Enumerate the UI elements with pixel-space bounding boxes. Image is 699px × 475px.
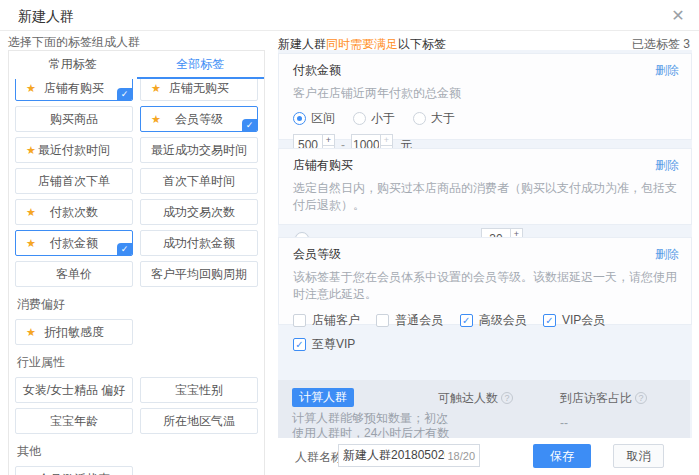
tag-label: 最近付款时间	[38, 143, 110, 157]
tag-baby-gender[interactable]: 宝宝性别	[140, 377, 258, 403]
checkbox-shop-customer[interactable]: ✓ 店铺客户	[293, 312, 373, 329]
crowd-name-field: 18/20	[338, 444, 480, 467]
star-icon: ★	[26, 138, 36, 162]
tag-member-activation-status[interactable]: 会员激活状态	[15, 466, 133, 475]
card-payment-amount: 付款金额 删除 客户在店铺近两年付款的总金额 区间 小于 大于 + −	[278, 53, 692, 140]
max-increment-button[interactable]: +	[381, 134, 393, 145]
section-other: 其他	[15, 443, 258, 460]
tag-label: 店铺无购买	[169, 81, 229, 95]
right-panel-heading: 新建人群同时需要满足以下标签 已选标签 3	[278, 36, 692, 50]
radio-label: 区间	[311, 110, 335, 127]
crowd-name-input[interactable]	[343, 449, 445, 463]
close-icon[interactable]: ✕	[667, 5, 689, 27]
delete-purchase-card-link[interactable]: 删除	[655, 157, 679, 174]
star-icon: ★	[151, 107, 161, 131]
tag-success-payment-amount[interactable]: 成功付款金额	[140, 230, 258, 256]
checkbox-supreme-vip[interactable]: ✓ 至尊VIP	[293, 336, 355, 353]
compute-section: 计算人群 计算人群能够预知数量；初次使用人群时，24小时后才有数据 可触达人数?…	[278, 380, 690, 438]
tag-label: 女装/女士精品 偏好	[23, 383, 126, 397]
tag-region-temperature[interactable]: 所在地区气温	[140, 408, 258, 434]
section-consumption-preference: 消费偏好	[15, 296, 258, 313]
tag-label: 折扣敏感度	[44, 325, 104, 339]
card-title: 会员等级	[293, 246, 677, 263]
tag-last-success-trade-time[interactable]: 最近成功交易时间	[140, 137, 258, 163]
help-icon[interactable]: ?	[635, 392, 647, 404]
checkmark-icon: ✓	[117, 88, 132, 100]
tag-success-trade-count[interactable]: 成功交易次数	[140, 199, 258, 225]
checkbox-label: 至尊VIP	[312, 336, 355, 353]
tag-tabs: 常用标签 全部标签	[9, 51, 264, 79]
checkbox-label: 普通会员	[395, 312, 443, 329]
metric-reachable-count: 可触达人数? --	[438, 390, 513, 430]
star-icon: ★	[26, 231, 36, 255]
checkbox-label: 店铺客户	[312, 312, 360, 329]
tag-library-panel: 常用标签 全部标签 ★ 店铺有购买 ✓ ★ 店铺无购买 购买商品 ★ 会员等级 …	[8, 50, 265, 475]
help-icon[interactable]: ?	[501, 392, 513, 404]
checkbox-vip-member[interactable]: ✓ VIP会员	[543, 312, 605, 329]
tag-label: 所在地区气温	[163, 414, 235, 428]
radio-label: 小于	[371, 110, 395, 127]
star-icon: ★	[26, 200, 36, 224]
tag-label: 成功交易次数	[163, 205, 235, 219]
radio-interval[interactable]: 区间	[293, 110, 335, 127]
radio-less-than[interactable]: 小于	[353, 110, 395, 127]
card-title: 店铺有购买	[293, 157, 677, 174]
tag-list: ★ 店铺有购买 ✓ ★ 店铺无购买 购买商品 ★ 会员等级 ✓ ★ 最近付款时间…	[9, 75, 264, 475]
char-counter: 18/20	[447, 450, 475, 462]
left-panel-heading: 选择下面的标签组成人群	[8, 34, 140, 51]
cancel-button[interactable]: 取消	[613, 444, 664, 468]
checkbox-senior-member[interactable]: ✓ 高级会员	[460, 312, 540, 329]
metric-value: --	[438, 416, 513, 430]
tag-label: 最近成功交易时间	[151, 143, 247, 157]
radio-greater-than[interactable]: 大于	[413, 110, 455, 127]
tag-payment-amount[interactable]: ★ 付款金额 ✓	[15, 230, 133, 256]
tag-first-order[interactable]: 店铺首次下单	[15, 168, 133, 194]
footer-bar: 人群名称 18/20 保存 取消	[278, 438, 692, 475]
checkbox-icon: ✓	[376, 314, 389, 327]
card-description: 该标签基于您在会员体系中设置的会员等级。该数据延迟一天，请您使用时注意此延迟。	[293, 269, 677, 303]
save-button[interactable]: 保存	[533, 444, 591, 468]
heading-prefix: 新建人群	[278, 37, 326, 51]
tag-member-level[interactable]: ★ 会员等级 ✓	[140, 106, 258, 132]
tag-label: 宝宝性别	[175, 383, 223, 397]
card-description: 客户在店铺近两年付款的总金额	[293, 85, 677, 102]
tag-baby-age[interactable]: 宝宝年龄	[15, 408, 133, 434]
heading-suffix: 以下标签	[398, 37, 446, 51]
radio-selected-icon	[293, 112, 306, 125]
delete-member-card-link[interactable]: 删除	[655, 246, 679, 263]
tag-last-payment-time[interactable]: ★ 最近付款时间	[15, 137, 133, 163]
checkbox-icon: ✓	[293, 314, 306, 327]
card-title: 付款金额	[293, 62, 677, 79]
section-industry-attributes: 行业属性	[15, 354, 258, 371]
checkbox-regular-member[interactable]: ✓ 普通会员	[376, 312, 456, 329]
selected-tags-area: 付款金额 删除 客户在店铺近两年付款的总金额 区间 小于 大于 + −	[278, 50, 692, 438]
tag-label: 成功付款金额	[163, 236, 235, 250]
star-icon: ★	[151, 76, 161, 100]
tag-discount-sensitivity[interactable]: ★ 折扣敏感度	[15, 319, 133, 345]
tab-common-tags[interactable]: 常用标签	[9, 51, 137, 79]
min-increment-button[interactable]: +	[323, 134, 335, 145]
radio-icon	[413, 112, 426, 125]
tag-label: 会员等级	[175, 112, 223, 126]
tag-womens-fashion-preference[interactable]: 女装/女士精品 偏好	[15, 377, 133, 403]
tag-purchased-items[interactable]: 购买商品	[15, 106, 133, 132]
tag-label: 购买商品	[50, 112, 98, 126]
tag-first-order-time[interactable]: 首次下单时间	[140, 168, 258, 194]
tag-label: 宝宝年龄	[50, 414, 98, 428]
compute-crowd-button[interactable]: 计算人群	[292, 388, 354, 407]
card-description: 选定自然日内，购买过本店商品的消费者（购买以支付成功为准，包括支付后退款）。	[293, 180, 677, 214]
tag-payment-count[interactable]: ★ 付款次数	[15, 199, 133, 225]
tag-label: 首次下单时间	[163, 174, 235, 188]
checkbox-label: 高级会员	[479, 312, 527, 329]
radio-icon	[353, 112, 366, 125]
tag-repurchase-cycle[interactable]: 客户平均回购周期	[140, 261, 258, 287]
header-divider	[0, 30, 699, 31]
card-member-level: 会员等级 删除 该标签基于您在会员体系中设置的会员等级。该数据延迟一天，请您使用…	[278, 237, 692, 325]
delete-payment-card-link[interactable]: 删除	[655, 62, 679, 79]
tag-avg-order-value[interactable]: 客单价	[15, 261, 133, 287]
star-icon: ★	[26, 76, 36, 100]
tab-all-tags[interactable]: 全部标签	[137, 51, 265, 79]
dialog-title: 新建人群	[18, 8, 74, 26]
tag-label: 客单价	[56, 267, 92, 281]
card-shop-purchase: 店铺有购买 删除 选定自然日内，购买过本店商品的消费者（购买以支付成功为准，包括…	[278, 148, 692, 225]
